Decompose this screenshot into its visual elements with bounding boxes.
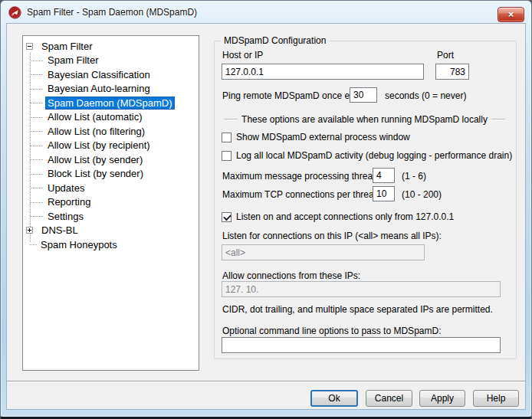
settings-tree: Spam Filter Spam Filter Bayesian Classif… bbox=[22, 35, 199, 371]
tree-item-block-list-by-sender[interactable]: Block List (by sender) bbox=[25, 167, 199, 182]
help-button[interactable]: Help bbox=[473, 390, 519, 407]
tree-item-settings[interactable]: Settings bbox=[25, 209, 199, 224]
port-input[interactable] bbox=[435, 64, 469, 80]
group-title: MDSpamD Configuration bbox=[221, 35, 329, 46]
cidr-note: CIDR, dot trailing, and multiple space s… bbox=[222, 304, 493, 315]
close-button[interactable]: × bbox=[498, 7, 524, 22]
apply-button[interactable]: Apply bbox=[419, 390, 465, 407]
tree-item-bayesian-auto-learning[interactable]: Bayesian Auto-learning bbox=[25, 82, 199, 97]
tree-item-spam-honeypots[interactable]: Spam Honeypots bbox=[25, 237, 199, 252]
screenshot-stage: Spam Filter - Spam Daemon (MDSpamD) × Sp… bbox=[0, 0, 532, 419]
max-tcp-label: Maximum TCP connections per thread bbox=[222, 189, 379, 200]
log-activity-checkbox[interactable] bbox=[222, 151, 232, 161]
tree-item-spam-filter[interactable]: Spam Filter bbox=[25, 54, 199, 68]
ping-interval-label: Ping remote MDSpamD once every bbox=[222, 90, 367, 101]
listen-only-checkbox-row[interactable]: Listen on and accept connections only fr… bbox=[222, 211, 454, 222]
dialog-client-area: Spam Filter Spam Filter Bayesian Classif… bbox=[6, 23, 526, 410]
show-process-window-checkbox-row[interactable]: Show MDSpamD external process window bbox=[222, 132, 410, 142]
app-icon bbox=[8, 6, 21, 19]
listen-only-checkbox[interactable] bbox=[222, 212, 232, 222]
max-threads-range: (1 - 6) bbox=[402, 171, 426, 182]
allow-ips-label: Allow connections from these IPs: bbox=[222, 270, 360, 281]
log-activity-checkbox-row[interactable]: Log all local MDSpamD activity (debug lo… bbox=[222, 150, 512, 161]
tree-item-allow-list-by-sender[interactable]: Allow List (by sender) bbox=[25, 152, 199, 167]
listen-ip-label: Listen for connections on this IP (<all>… bbox=[222, 231, 442, 241]
host-label: Host or IP bbox=[222, 50, 263, 61]
max-threads-label: Maximum message processing threads bbox=[222, 171, 383, 182]
tree-item-dns-bl[interactable]: DNS-BL bbox=[25, 224, 199, 238]
allow-ips-input bbox=[222, 281, 501, 297]
title-bar[interactable]: Spam Filter - Spam Daemon (MDSpamD) × bbox=[1, 1, 531, 24]
listen-ip-input bbox=[222, 244, 425, 260]
local-options-header: These options are available when running… bbox=[241, 114, 488, 125]
tree-item-reporting[interactable]: Reporting bbox=[25, 195, 199, 210]
mdspamd-configuration-group: MDSpamD Configuration Host or IP Port Pi… bbox=[214, 41, 517, 359]
cmdline-label: Optional command line options to pass to… bbox=[222, 326, 441, 336]
max-tcp-range: (10 - 200) bbox=[402, 189, 442, 200]
tree-item-spam-filter-root[interactable]: Spam Filter bbox=[25, 39, 199, 54]
local-options-separator: These options are available when running… bbox=[224, 114, 505, 125]
expand-expander-icon[interactable] bbox=[26, 227, 33, 234]
port-label: Port bbox=[437, 50, 454, 61]
ping-interval-suffix: seconds (0 = never) bbox=[385, 90, 466, 101]
dialog-window: Spam Filter - Spam Daemon (MDSpamD) × Sp… bbox=[0, 0, 532, 419]
host-input[interactable] bbox=[222, 64, 424, 80]
collapse-expander-icon[interactable] bbox=[26, 43, 33, 50]
show-process-window-checkbox[interactable] bbox=[222, 133, 232, 142]
separator-line-left bbox=[224, 119, 238, 120]
tree-item-allow-list-no-filtering[interactable]: Allow List (no filtering) bbox=[25, 124, 199, 139]
window-title: Spam Filter - Spam Daemon (MDSpamD) bbox=[27, 7, 197, 18]
tree-item-bayesian-classification[interactable]: Bayesian Classification bbox=[25, 67, 199, 82]
tree-item-allow-list-automatic[interactable]: Allow List (automatic) bbox=[25, 110, 199, 125]
separator-line-right bbox=[491, 119, 505, 120]
cmdline-input[interactable] bbox=[222, 337, 501, 353]
tree-item-updates[interactable]: Updates bbox=[25, 181, 199, 195]
max-tcp-input[interactable] bbox=[373, 186, 395, 201]
ping-interval-input[interactable] bbox=[350, 87, 377, 103]
tree-item-allow-list-by-recipient[interactable]: Allow List (by recipient) bbox=[25, 139, 199, 153]
max-threads-input[interactable] bbox=[373, 168, 395, 183]
tree-item-spam-daemon[interactable]: Spam Daemon (MDSpamD) bbox=[25, 96, 199, 110]
cancel-button[interactable]: Cancel bbox=[366, 390, 412, 407]
ok-button[interactable]: Ok bbox=[310, 390, 358, 407]
footer-separator bbox=[7, 381, 525, 382]
